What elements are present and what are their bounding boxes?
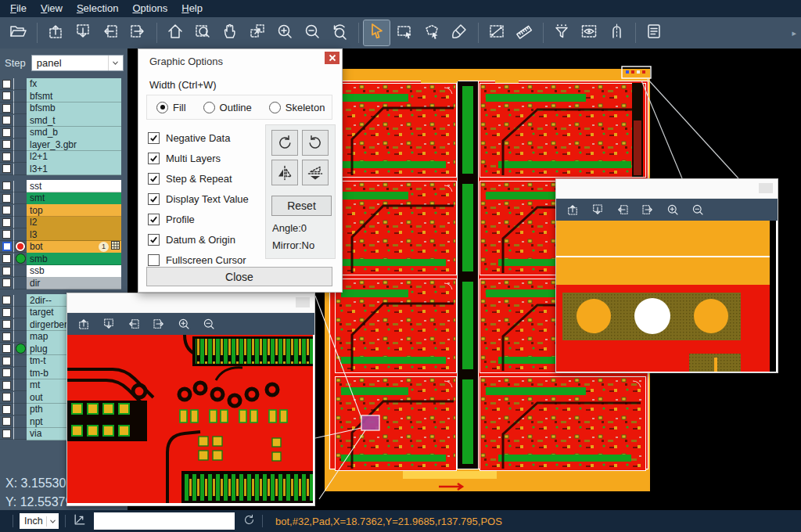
zoom-in-button[interactable] bbox=[271, 20, 297, 45]
layer-checkbox-smt[interactable] bbox=[2, 194, 11, 203]
zoom-window-left[interactable] bbox=[66, 293, 315, 506]
layer-checkbox-plug[interactable] bbox=[2, 344, 11, 353]
layer-name-sst[interactable]: sst bbox=[27, 180, 121, 192]
clean-brush-button[interactable] bbox=[446, 20, 472, 45]
layer-checkbox-bfsmt[interactable] bbox=[2, 92, 11, 100]
menu-selection[interactable]: Selection bbox=[70, 0, 125, 17]
zoom-window-button[interactable] bbox=[189, 20, 215, 45]
layer-name-bfsmb[interactable]: bfsmb bbox=[27, 102, 121, 115]
menu-help[interactable]: Help bbox=[174, 0, 210, 17]
drag-view-button[interactable] bbox=[244, 20, 270, 45]
layer-checkbox-dir[interactable] bbox=[2, 279, 11, 287]
zoom-window-left-content[interactable] bbox=[67, 335, 313, 503]
corner-angle-icon[interactable] bbox=[72, 512, 88, 530]
layer-checkbox-bfsmb[interactable] bbox=[2, 104, 11, 113]
layer-checkbox-via[interactable] bbox=[2, 430, 11, 438]
layer-checkbox-l3[interactable] bbox=[2, 230, 11, 239]
layer-checkbox-smb[interactable] bbox=[2, 254, 11, 263]
layer-name-fx[interactable]: fx bbox=[27, 78, 121, 91]
radio-fill[interactable]: Fill bbox=[156, 102, 186, 113]
layer-name-smd_t[interactable]: smd_t bbox=[27, 114, 121, 127]
layer-checkbox-fx[interactable] bbox=[2, 80, 11, 88]
pan-up-button[interactable] bbox=[74, 315, 94, 333]
layer-checkbox-layer_3.gbr[interactable] bbox=[2, 140, 11, 149]
layer-name-smt[interactable]: smt bbox=[27, 192, 121, 205]
check-display-text-value[interactable]: Display Text Value bbox=[148, 189, 265, 209]
measure-distance-button[interactable] bbox=[483, 20, 509, 45]
zoom-out-button[interactable] bbox=[199, 315, 219, 333]
select-polygon-button[interactable] bbox=[418, 20, 444, 45]
pan-up-button[interactable] bbox=[42, 20, 68, 45]
zoom-window-right[interactable] bbox=[555, 178, 778, 373]
pan-left-button[interactable] bbox=[97, 20, 123, 45]
toolbar-overflow-chevron-icon[interactable]: ▸ bbox=[792, 28, 796, 38]
menu-options[interactable]: Options bbox=[125, 0, 174, 17]
home-view-button[interactable] bbox=[162, 20, 188, 45]
layer-name-smd_b[interactable]: smd_b bbox=[27, 127, 121, 139]
layer-checkbox-l2[interactable] bbox=[2, 218, 11, 227]
zoom-out-button[interactable] bbox=[299, 20, 325, 45]
zoom-in-button[interactable] bbox=[174, 315, 194, 333]
zoom-out-button[interactable] bbox=[688, 200, 708, 219]
ruler-button[interactable] bbox=[511, 20, 537, 45]
pan-left-button[interactable] bbox=[612, 200, 633, 219]
window-button[interactable] bbox=[759, 183, 773, 193]
refresh-icon[interactable] bbox=[242, 513, 256, 530]
layer-name-l2+1[interactable]: l2+1 bbox=[27, 151, 121, 164]
check-datum-origin[interactable]: Datum & Origin bbox=[148, 229, 265, 250]
layer-checkbox-dirgerber[interactable] bbox=[2, 320, 11, 329]
flip-v-button[interactable] bbox=[302, 160, 329, 185]
layer-checkbox-sst[interactable] bbox=[2, 182, 11, 190]
zoom-window-right-content[interactable] bbox=[556, 221, 776, 372]
zoom-previous-button[interactable] bbox=[326, 20, 352, 45]
layer-checkbox-ssb[interactable] bbox=[2, 267, 11, 275]
check-multi-layers[interactable]: Multi Layers bbox=[148, 148, 265, 168]
pan-left-button[interactable] bbox=[124, 315, 144, 333]
layer-name-l3+1[interactable]: l3+1 bbox=[27, 163, 121, 175]
radio-outline[interactable]: Outline bbox=[203, 102, 252, 113]
zoom-in-button[interactable] bbox=[663, 200, 683, 219]
net-jump-button[interactable] bbox=[603, 20, 629, 45]
check-negative-data[interactable]: Negative Data bbox=[148, 128, 265, 148]
layer-checkbox-2dir--[interactable] bbox=[2, 296, 11, 304]
rotate-ccw-button[interactable] bbox=[302, 130, 329, 156]
menu-view[interactable]: View bbox=[34, 0, 70, 17]
layer-checkbox-smd_b[interactable] bbox=[2, 128, 11, 137]
check-step-repeat[interactable]: Step & Repeat bbox=[148, 168, 265, 189]
layer-checkbox-smd_t[interactable] bbox=[2, 116, 11, 124]
layer-checkbox-l3+1[interactable] bbox=[2, 164, 11, 173]
menu-file[interactable]: File bbox=[3, 0, 34, 17]
layer-checkbox-pth[interactable] bbox=[2, 405, 11, 414]
open-button[interactable] bbox=[5, 20, 31, 45]
layer-name-dir[interactable]: dir bbox=[27, 277, 121, 289]
layer-checkbox-l2+1[interactable] bbox=[2, 153, 11, 161]
layer-name-bfsmt[interactable]: bfsmt bbox=[27, 90, 121, 102]
layer-name-top[interactable]: top bbox=[27, 204, 121, 217]
layer-checkbox-target[interactable] bbox=[2, 308, 11, 317]
close-button[interactable]: Close bbox=[146, 267, 332, 286]
pan-down-button[interactable] bbox=[70, 20, 95, 45]
layer-checkbox-map[interactable] bbox=[2, 332, 11, 341]
pan-down-button[interactable] bbox=[99, 315, 119, 333]
pan-right-button[interactable] bbox=[149, 315, 169, 333]
layer-name-bot[interactable]: bot1 bbox=[27, 241, 121, 253]
pan-hand-button[interactable] bbox=[217, 20, 242, 45]
select-rectangle-button[interactable] bbox=[391, 20, 417, 45]
filter-button[interactable] bbox=[548, 20, 574, 45]
radio-skeleton[interactable]: Skeleton bbox=[269, 102, 325, 113]
zoom-window-left-titlebar[interactable] bbox=[67, 293, 314, 313]
pan-right-button[interactable] bbox=[124, 20, 150, 45]
check-profile[interactable]: Profile bbox=[148, 209, 265, 229]
window-button[interactable] bbox=[296, 297, 310, 307]
layer-name-l2[interactable]: l2 bbox=[27, 217, 121, 229]
step-combobox[interactable]: panel bbox=[31, 55, 124, 71]
grid-icon[interactable] bbox=[111, 241, 120, 252]
flip-h-button[interactable] bbox=[271, 160, 298, 185]
zoom-window-right-titlebar[interactable] bbox=[556, 179, 778, 199]
view-options-button[interactable] bbox=[576, 20, 602, 45]
pan-up-button[interactable] bbox=[562, 200, 583, 219]
command-input[interactable] bbox=[94, 512, 235, 530]
chevron-down-icon[interactable] bbox=[46, 516, 59, 527]
layer-name-ssb[interactable]: ssb bbox=[27, 265, 121, 278]
layer-name-l3[interactable]: l3 bbox=[27, 228, 121, 241]
